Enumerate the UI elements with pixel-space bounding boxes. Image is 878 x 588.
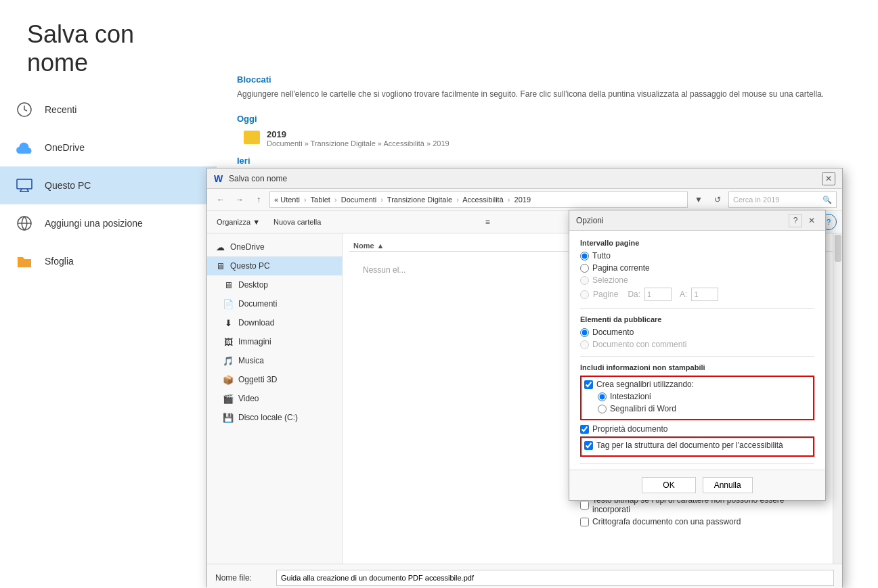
organizza-arrow: ▼ [253,218,260,226]
intestazioni-option[interactable]: Intestazioni [584,392,810,401]
selezione-radio [580,276,589,285]
ds-musica-label: Musica [238,356,264,365]
options-help-button[interactable]: ? [789,214,802,227]
ds-documenti-label: Documenti [238,299,277,309]
crittografa-row[interactable]: Crittografa documento con una password [580,517,814,526]
sidebar-item-recenti[interactable]: Recenti [0,91,217,129]
pagina-corrente-radio[interactable] [580,264,589,273]
sidebar-item-sfoglia[interactable]: Sfoglia [0,242,217,280]
options-footer: OK Annulla [569,470,825,500]
nuova-cartella-button[interactable]: Nuova cartella [269,217,325,227]
divider-3 [580,463,814,464]
sidebar-item-questo-pc[interactable]: Questo PC [0,166,217,204]
tag-checkbox[interactable] [584,441,593,450]
tutto-option[interactable]: Tutto [580,251,814,261]
proprieta-checkbox[interactable] [580,425,589,434]
filename-row: Nome file: Guida alla creazione di un do… [215,570,834,586]
divider-2 [580,356,814,357]
ds-item-desktop[interactable]: 🖥 Desktop [207,275,342,294]
pagina-corrente-label: Pagina corrente [592,263,650,273]
options-close-button[interactable]: ✕ [805,214,818,227]
up-button[interactable]: ↑ [250,191,267,208]
ds-item-disco[interactable]: 💾 Disco locale (C:) [207,408,342,427]
proprieta-label: Proprietà documento [592,424,667,434]
selezione-option[interactable]: Selezione [580,275,814,285]
ds-item-onedrive[interactable]: ☁ OneDrive [207,238,342,256]
filename-label: Nome file: [215,573,276,583]
folder-2019[interactable]: 2019 Documenti » Transizione Digitale » … [237,129,858,148]
crittografa-checkbox[interactable] [580,518,589,526]
organizza-button[interactable]: Organizza ▼ [213,217,264,227]
ok-button[interactable]: OK [642,477,695,493]
tutto-label: Tutto [592,251,611,261]
ds-item-documenti[interactable]: 📄 Documenti [207,294,342,313]
dialog-sidebar: ☁ OneDrive 🖥 Questo PC 🖥 Desktop 📄 Docum… [207,233,343,564]
folder-icon-2019 [244,131,260,144]
back-button[interactable]: ← [213,191,229,208]
globe-icon [14,212,35,234]
page-title: Salva con nome [0,0,217,91]
ds-3d-icon: 📦 [222,374,234,386]
ds-item-musica[interactable]: 🎵 Musica [207,351,342,370]
dialog-close-button[interactable]: ✕ [822,172,835,185]
clock-icon [14,99,35,120]
dialog-address-toolbar: ← → ↑ « Utenti › Tablet › Documenti › Tr… [207,189,842,211]
ds-item-oggetti3d[interactable]: 📦 Oggetti 3D [207,370,342,389]
documento-radio[interactable] [580,328,589,337]
annulla-button[interactable]: Annulla [703,477,753,493]
intervallo-label: Intervallo pagine [580,239,814,247]
refresh-btn[interactable]: ↺ [709,191,726,208]
crea-segnalibri-row[interactable]: Crea segnalibri utilizzando: [584,380,810,389]
ds-music-icon: 🎵 [222,355,234,367]
documento-option[interactable]: Documento [580,327,814,337]
pagina-corrente-option[interactable]: Pagina corrente [580,263,814,273]
sidebar-item-aggiungi[interactable]: Aggiungi una posizione [0,204,217,242]
crittografa-label: Crittografa documento con una password [592,517,741,526]
address-bar[interactable]: « Utenti › Tablet › Documenti › Transizi… [269,191,688,208]
da-input[interactable] [644,288,672,301]
tag-row[interactable]: Tag per la struttura del documento per l… [584,440,810,450]
intestazioni-radio[interactable] [598,392,607,401]
pinned-header: Bloccati [237,74,858,85]
computer-icon [14,175,35,196]
sidebar-label-questo-pc: Questo PC [45,180,91,191]
proprieta-row[interactable]: Proprietà documento [580,424,814,434]
ds-item-questo-pc[interactable]: 🖥 Questo PC [207,256,342,275]
ds-cloud-icon: ☁ [214,241,226,253]
ds-item-immagini[interactable]: 🖼 Immagini [207,332,342,351]
documento-label: Documento [592,327,634,337]
ds-item-video[interactable]: 🎬 Video [207,389,342,408]
organizza-label: Organizza [217,218,250,226]
pagine-radio [580,290,589,299]
scrollbar[interactable] [833,233,842,564]
crea-segnalibri-checkbox[interactable] [584,380,593,389]
view-button[interactable]: ≡ [479,214,496,230]
a-label: A: [680,290,687,299]
testo-bitmap-checkbox[interactable] [580,501,589,510]
ds-video-icon: 🎬 [222,392,234,405]
tutto-radio[interactable] [580,252,589,261]
ds-docs-icon: 📄 [222,298,234,310]
ds-onedrive-label: OneDrive [230,242,265,252]
tag-highlight: Tag per la struttura del documento per l… [580,436,814,457]
pagine-label: Pagine [593,290,618,299]
options-dialog: Opzioni ? ✕ Intervallo pagine Tutto Pagi… [569,210,826,501]
forward-button[interactable]: → [232,191,248,208]
sidebar-item-onedrive[interactable]: OneDrive [0,129,217,166]
dropdown-btn[interactable]: ▼ [690,191,707,208]
ds-item-download[interactable]: ⬇ Download [207,313,342,332]
search-box[interactable]: Cerca in 2019 🔍 [728,191,837,208]
a-input[interactable] [691,288,718,301]
segnalibri-word-option[interactable]: Segnalibri di Word [584,404,810,413]
sidebar-label-sfoglia: Sfoglia [45,256,74,267]
ds-oggetti3d-label: Oggetti 3D [238,375,277,384]
dialog-footer: Nome file: Guida alla creazione di un do… [207,564,842,588]
da-label: Da: [628,290,640,299]
documento-commenti-option[interactable]: Documento con commenti [580,340,814,349]
ds-disco-label: Disco locale (C:) [238,413,298,422]
options-titlebar: Opzioni ? ✕ [569,210,825,231]
filename-input[interactable] [276,570,834,586]
folder-2019-path: Documenti » Transizione Digitale » Acces… [267,139,449,148]
segnalibri-word-radio[interactable] [598,405,607,413]
scroll-thumb [835,235,841,262]
